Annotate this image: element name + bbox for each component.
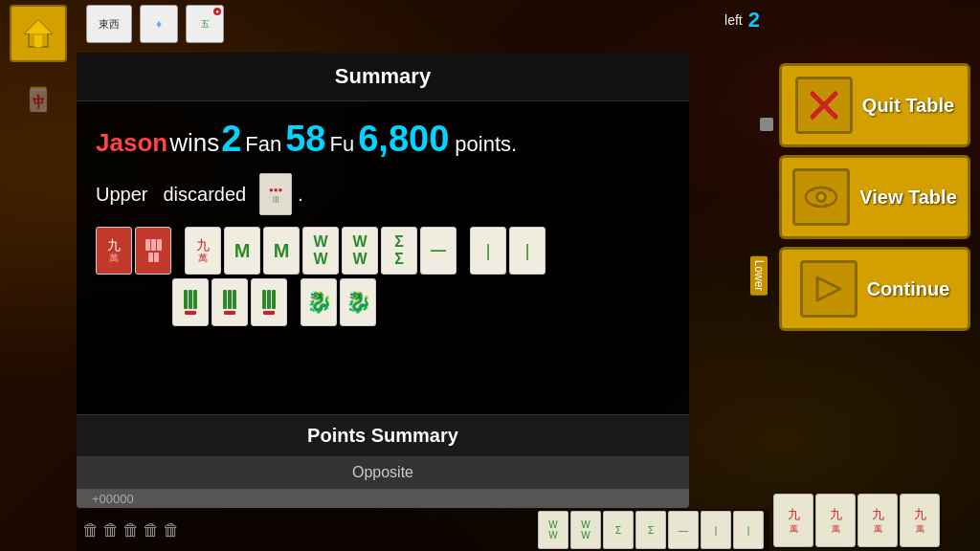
- bottom-tiles-bar: 🗑 🗑 🗑 🗑 🗑 WW WW Σ Σ — | |: [77, 509, 769, 551]
- tile-i1: |: [470, 227, 506, 275]
- tile-bamboo-w2: WW: [342, 227, 378, 275]
- tile-i2: |: [509, 227, 546, 275]
- period: .: [298, 184, 303, 206]
- tile-red-2: [135, 227, 171, 275]
- scroll-indicator[interactable]: [760, 118, 773, 131]
- score-value: +00000: [92, 492, 134, 506]
- bottom-tile-5: —: [668, 511, 699, 549]
- summary-title: Summary: [77, 53, 689, 101]
- fu-label: Fu: [330, 132, 355, 157]
- fan-number: 2: [221, 119, 241, 160]
- view-table-label: View Table: [859, 187, 957, 209]
- home-icon: [21, 16, 56, 51]
- discarded-label: discarded: [163, 184, 246, 206]
- trash-icon-1[interactable]: 🗑: [82, 520, 100, 540]
- top-right-count: left 2: [724, 8, 760, 33]
- view-table-button[interactable]: View Table: [779, 155, 970, 239]
- east-west-tile: 東西: [86, 5, 132, 43]
- tile-sigma1: ΣΣ: [381, 227, 417, 275]
- arrow-right-icon: [810, 270, 848, 308]
- trash-icon-4[interactable]: 🗑: [143, 520, 160, 540]
- summary-panel: Summary Jason wins 2 Fan 58 Fu 6,800 poi…: [77, 53, 689, 508]
- tile-row-2: 🐉 🐉: [172, 278, 670, 326]
- discarded-tile-1: ●●● |||: [259, 173, 292, 215]
- points-section: Points Summary Opposite +00000: [77, 414, 689, 508]
- eye-icon: [802, 178, 840, 216]
- x-icon: [805, 86, 843, 124]
- points-row: Opposite: [77, 456, 689, 489]
- trash-icon-2[interactable]: 🗑: [102, 520, 120, 540]
- win-line: Jason wins 2 Fan 58 Fu 6,800 points.: [77, 101, 689, 169]
- tile-bamboo-w1: WW: [302, 227, 339, 275]
- left-count: 2: [748, 8, 760, 33]
- points-label: points.: [455, 132, 517, 157]
- right-panel: Quit Table View Table: [769, 0, 980, 551]
- tiles-area: 九 萬: [77, 223, 689, 414]
- svg-rect-1: [34, 35, 42, 47]
- tile-green-2: [212, 278, 248, 326]
- upper-label: Upper: [96, 184, 147, 206]
- bottom-tile-7: |: [733, 511, 764, 549]
- tile-kyuu-wan-1: 九 萬: [96, 227, 132, 275]
- wins-text: wins: [169, 128, 219, 158]
- discard-line: Upper discarded ●●● ||| .: [77, 169, 689, 223]
- winner-name: Jason: [96, 128, 167, 158]
- top-icons-row: 東西 ♦ 五 ●: [77, 0, 224, 48]
- svg-marker-13: [817, 277, 840, 300]
- fu-number: 58: [285, 119, 325, 160]
- lower-tag: Lower: [750, 256, 768, 296]
- bottom-tile-3: Σ: [603, 511, 634, 549]
- score-row: +00000: [77, 489, 689, 508]
- tile-green-3: [251, 278, 287, 326]
- continue-label: Continue: [867, 278, 950, 300]
- tile-dash1: —: [420, 227, 457, 275]
- bottom-tile-4: Σ: [635, 511, 666, 549]
- tile-dragon-1: 🐉: [301, 278, 337, 326]
- svg-marker-2: [25, 20, 52, 33]
- left-label: left: [724, 12, 743, 28]
- tile-dragon-2: 🐉: [340, 278, 376, 326]
- view-icon-bg: [792, 168, 850, 226]
- tile-row-1: 九 萬: [96, 227, 670, 275]
- tile-bamboo-m2: M: [263, 227, 300, 275]
- trash-icon-3[interactable]: 🗑: [122, 520, 140, 540]
- diamond-tile: ♦: [140, 5, 178, 43]
- bottom-tile-2: WW: [570, 511, 601, 549]
- points-title: Points Summary: [77, 414, 689, 456]
- points-number: 6,800: [358, 119, 449, 160]
- quit-table-label: Quit Table: [862, 95, 954, 117]
- bottom-tile-1: WW: [538, 511, 568, 549]
- left-bar: 🀄: [0, 0, 77, 551]
- home-button[interactable]: [10, 5, 67, 62]
- trash-icon-5[interactable]: 🗑: [163, 520, 180, 540]
- svg-point-7: [818, 194, 824, 200]
- tile-green-1: [172, 278, 209, 326]
- fan-label: Fan: [245, 132, 281, 157]
- five-tile: 五 ●: [186, 5, 224, 43]
- tile-kyuu-wan-2: 九 萬: [185, 227, 221, 275]
- continue-button[interactable]: Continue: [779, 247, 970, 331]
- tile-bamboo-m1: M: [224, 227, 260, 275]
- decorative-left: 🀄: [24, 86, 53, 113]
- continue-icon-bg: [800, 260, 858, 318]
- quit-icon-bg: [795, 77, 853, 134]
- opposite-label: Opposite: [352, 464, 413, 481]
- bottom-tile-6: |: [701, 511, 731, 549]
- quit-table-button[interactable]: Quit Table: [779, 63, 970, 147]
